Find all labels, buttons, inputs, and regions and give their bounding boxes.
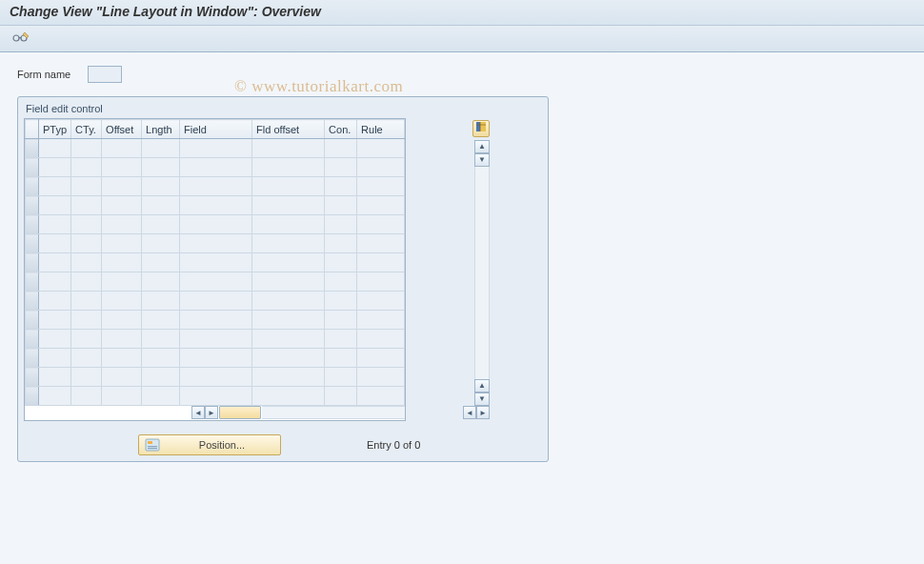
table-cell[interactable] xyxy=(325,368,357,387)
table-cell[interactable] xyxy=(325,330,357,349)
table-cell[interactable] xyxy=(180,158,252,177)
table-cell[interactable] xyxy=(180,349,252,368)
table-cell[interactable] xyxy=(357,177,405,196)
table-cell[interactable] xyxy=(39,330,71,349)
table-cell[interactable] xyxy=(252,292,325,311)
table-cell[interactable] xyxy=(357,158,405,177)
table-cell[interactable] xyxy=(252,330,325,349)
table-cell[interactable] xyxy=(325,311,357,330)
table-cell[interactable] xyxy=(180,196,252,215)
table-cell[interactable] xyxy=(142,292,180,311)
row-selector[interactable] xyxy=(26,292,39,311)
table-cell[interactable] xyxy=(180,292,252,311)
row-selector[interactable] xyxy=(26,196,39,215)
row-selector[interactable] xyxy=(26,368,39,387)
table-cell[interactable] xyxy=(39,158,71,177)
column-header[interactable]: Rule xyxy=(357,120,405,139)
table-cell[interactable] xyxy=(325,234,357,253)
table-cell[interactable] xyxy=(325,349,357,368)
table-cell[interactable] xyxy=(357,330,405,349)
column-header[interactable]: Con. xyxy=(325,120,357,139)
table-cell[interactable] xyxy=(102,292,142,311)
table-cell[interactable] xyxy=(71,139,102,158)
table-cell[interactable] xyxy=(39,253,71,272)
table-cell[interactable] xyxy=(325,215,357,234)
table-cell[interactable] xyxy=(142,387,180,406)
row-selector[interactable] xyxy=(26,215,39,234)
table-cell[interactable] xyxy=(39,387,71,406)
table-cell[interactable] xyxy=(142,368,180,387)
table-cell[interactable] xyxy=(180,272,252,292)
table-cell[interactable] xyxy=(142,139,180,158)
table-cell[interactable] xyxy=(357,272,405,292)
column-header[interactable]: Field xyxy=(180,120,252,139)
table-cell[interactable] xyxy=(71,215,102,234)
table-cell[interactable] xyxy=(142,215,180,234)
table-cell[interactable] xyxy=(71,234,102,253)
table-cell[interactable] xyxy=(102,139,142,158)
table-cell[interactable] xyxy=(252,158,325,177)
table-cell[interactable] xyxy=(325,253,357,272)
row-selector[interactable] xyxy=(26,253,39,272)
row-selector[interactable] xyxy=(26,330,39,349)
vscroll-track[interactable] xyxy=(474,167,490,379)
table-cell[interactable] xyxy=(102,330,142,349)
table-cell[interactable] xyxy=(142,330,180,349)
table-cell[interactable] xyxy=(357,387,405,406)
table-cell[interactable] xyxy=(180,387,252,406)
table-cell[interactable] xyxy=(71,196,102,215)
table-cell[interactable] xyxy=(325,196,357,215)
column-header[interactable]: Offset xyxy=(102,120,142,139)
table-cell[interactable] xyxy=(252,387,325,406)
table-cell[interactable] xyxy=(325,158,357,177)
row-selector[interactable] xyxy=(26,349,39,368)
table-cell[interactable] xyxy=(71,368,102,387)
table-settings-button[interactable] xyxy=(472,120,490,137)
table-cell[interactable] xyxy=(357,311,405,330)
select-all-header[interactable] xyxy=(26,120,39,139)
table-cell[interactable] xyxy=(39,139,71,158)
table-cell[interactable] xyxy=(71,349,102,368)
row-selector[interactable] xyxy=(26,177,39,196)
table-cell[interactable] xyxy=(357,292,405,311)
vscroll-down-button[interactable]: ▼ xyxy=(474,153,490,167)
table-cell[interactable] xyxy=(39,311,71,330)
row-selector[interactable] xyxy=(26,272,39,292)
table-cell[interactable] xyxy=(252,368,325,387)
table-cell[interactable] xyxy=(180,368,252,387)
table-cell[interactable] xyxy=(252,253,325,272)
hscroll-left-button-2[interactable]: ◄ xyxy=(463,406,476,419)
table-cell[interactable] xyxy=(325,292,357,311)
row-selector[interactable] xyxy=(26,311,39,330)
hscroll-thumb[interactable] xyxy=(219,406,261,419)
table-cell[interactable] xyxy=(102,234,142,253)
column-header[interactable]: Fld offset xyxy=(252,120,325,139)
column-header[interactable]: Lngth xyxy=(142,120,180,139)
table-cell[interactable] xyxy=(71,387,102,406)
table-cell[interactable] xyxy=(180,253,252,272)
table-cell[interactable] xyxy=(180,330,252,349)
table-cell[interactable] xyxy=(357,368,405,387)
table-cell[interactable] xyxy=(180,234,252,253)
row-selector[interactable] xyxy=(26,139,39,158)
table-cell[interactable] xyxy=(71,177,102,196)
hscroll-left-button[interactable]: ◄ xyxy=(191,406,205,419)
table-cell[interactable] xyxy=(39,234,71,253)
table-cell[interactable] xyxy=(39,349,71,368)
table-cell[interactable] xyxy=(142,349,180,368)
table-cell[interactable] xyxy=(102,311,142,330)
table-cell[interactable] xyxy=(39,196,71,215)
table-cell[interactable] xyxy=(252,234,325,253)
hscroll-track[interactable] xyxy=(262,406,405,419)
hscroll-right-button[interactable]: ► xyxy=(205,406,218,419)
table-cell[interactable] xyxy=(142,272,180,292)
table-cell[interactable] xyxy=(252,349,325,368)
table-cell[interactable] xyxy=(102,349,142,368)
table-cell[interactable] xyxy=(102,253,142,272)
column-header[interactable]: PTyp xyxy=(39,120,71,139)
row-selector[interactable] xyxy=(26,158,39,177)
table-cell[interactable] xyxy=(71,292,102,311)
table-cell[interactable] xyxy=(102,196,142,215)
table-cell[interactable] xyxy=(252,139,325,158)
table-cell[interactable] xyxy=(71,253,102,272)
